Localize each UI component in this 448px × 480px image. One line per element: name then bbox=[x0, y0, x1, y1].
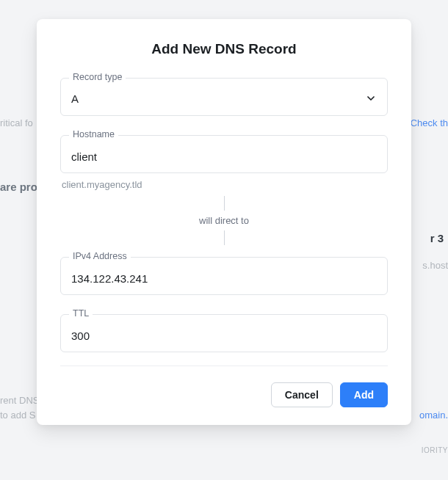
record-type-select[interactable]: A bbox=[60, 78, 388, 116]
hostname-field: Hostname bbox=[60, 135, 388, 173]
connector-text: will direct to bbox=[60, 211, 388, 230]
backdrop-text: ritical fo bbox=[0, 117, 33, 128]
hostname-label: Hostname bbox=[69, 129, 118, 139]
connector: will direct to bbox=[60, 196, 388, 245]
backdrop-text: s.host bbox=[422, 260, 448, 271]
cancel-button[interactable]: Cancel bbox=[271, 382, 333, 407]
ipv4-field: IPv4 Address bbox=[60, 257, 388, 295]
record-type-field: Record type A bbox=[60, 78, 388, 116]
divider bbox=[60, 366, 388, 366]
record-type-value: A bbox=[71, 92, 79, 105]
modal-title: Add New DNS Record bbox=[60, 41, 388, 57]
backdrop-text: to add S bbox=[0, 410, 35, 421]
backdrop-link: omain. bbox=[419, 410, 448, 421]
ipv4-label: IPv4 Address bbox=[69, 251, 131, 261]
backdrop-heading: are pro bbox=[0, 181, 37, 193]
button-row: Cancel Add bbox=[60, 382, 388, 407]
ttl-input[interactable] bbox=[60, 314, 388, 352]
hostname-hint: client.myagency.tld bbox=[60, 179, 388, 190]
connector-line-top bbox=[224, 196, 225, 211]
backdrop-text: r 3 bbox=[430, 232, 444, 244]
ipv4-input[interactable] bbox=[60, 257, 388, 295]
chevron-down-icon bbox=[365, 92, 377, 104]
backdrop-text: rent DNS bbox=[0, 395, 39, 406]
ttl-label: TTL bbox=[69, 308, 93, 319]
backdrop-link: Check th bbox=[411, 117, 448, 128]
add-dns-record-modal: Add New DNS Record Record type A Hostnam… bbox=[37, 19, 411, 425]
ttl-field: TTL bbox=[60, 314, 388, 352]
add-button[interactable]: Add bbox=[340, 382, 388, 407]
hostname-input[interactable] bbox=[60, 135, 388, 173]
record-type-label: Record type bbox=[69, 72, 126, 82]
backdrop-text: IORITY bbox=[422, 446, 448, 454]
connector-line-bottom bbox=[224, 230, 225, 245]
